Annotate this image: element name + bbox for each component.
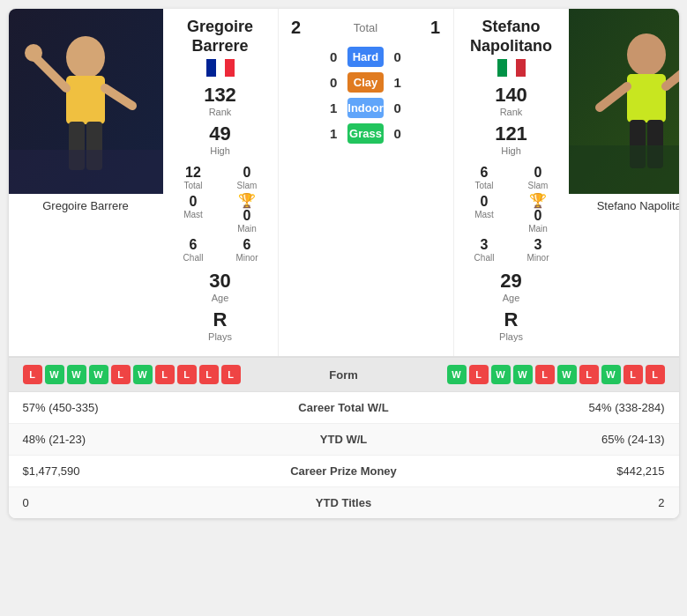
player2-form-badge-4: L bbox=[535, 365, 555, 384]
player1-total-cell: 12 Total bbox=[170, 165, 217, 190]
player1-form-badge-5: W bbox=[133, 365, 153, 384]
stats-row-3: 0 YTD Titles 2 bbox=[9, 487, 679, 518]
svg-rect-17 bbox=[569, 145, 679, 194]
stats-mid-2: Career Prize Money bbox=[273, 464, 414, 478]
surface-p2-score: 0 bbox=[389, 49, 407, 64]
player2-total-cell: 6 Total bbox=[461, 165, 508, 190]
surface-p1-score: 0 bbox=[325, 49, 342, 64]
top-section: Gregoire Barrere Gregoire Barrere 132 Ra… bbox=[9, 9, 679, 356]
surface-label-clay: Clay bbox=[347, 72, 383, 93]
player1-name-title: Gregoire Barrere bbox=[170, 18, 271, 56]
player2-age-stat: 29 Age bbox=[461, 270, 562, 303]
player1-minor-cell: 6 Minor bbox=[224, 237, 271, 263]
surface-label-grass: Grass bbox=[347, 123, 383, 144]
total-row: 2 Total 1 bbox=[286, 18, 446, 38]
svg-rect-2 bbox=[66, 76, 105, 124]
stats-row-2: $1,477,590 Career Prize Money $442,215 bbox=[9, 456, 679, 487]
player1-stats-panel: Gregoire Barrere 132 Rank 49 High 12 Tot… bbox=[163, 9, 278, 356]
player2-form-badge-2: W bbox=[491, 365, 511, 384]
player2-right-wrapper: Stefano Napolitano bbox=[569, 9, 679, 356]
surface-p2-score: 1 bbox=[389, 75, 407, 90]
player1-form-badge-7: L bbox=[177, 365, 197, 384]
stats-right-2: $442,215 bbox=[414, 464, 665, 478]
player2-chall-cell: 3 Chall bbox=[461, 237, 508, 263]
svg-point-10 bbox=[627, 33, 666, 76]
surface-row-indoor: 1 Indoor 0 bbox=[325, 98, 406, 118]
player1-form-badge-0: L bbox=[23, 365, 42, 384]
player1-form-badge-1: W bbox=[45, 365, 64, 384]
player2-minor-cell: 3 Minor bbox=[515, 237, 562, 263]
player1-high-stat: 49 High bbox=[170, 122, 271, 156]
middle-panel: 2 Total 1 0 Hard 0 0 Clay 1 1 Indoor 0 1… bbox=[278, 9, 454, 356]
player1-mast-cell: 0 Mast bbox=[170, 194, 217, 234]
player1-chall-cell: 6 Chall bbox=[170, 237, 217, 263]
surface-p2-score: 0 bbox=[389, 100, 407, 115]
player2-form-badge-8: L bbox=[624, 365, 643, 384]
player1-form: LWWWLWLLLL bbox=[23, 365, 302, 384]
surface-row-grass: 1 Grass 0 bbox=[325, 123, 406, 144]
player2-name-title: Stefano Napolitano bbox=[461, 18, 562, 56]
player1-form-badge-6: L bbox=[155, 365, 175, 384]
player2-stat-grid: 6 Total 0 Slam 0 Mast 🏆 0 Main 3 bbox=[461, 165, 562, 263]
form-section: LWWWLWLLLL Form WLWWLWLWLL bbox=[9, 357, 679, 391]
player1-rank-stat: 132 Rank bbox=[170, 84, 271, 117]
stats-row-1: 48% (21-23) YTD W/L 65% (24-13) bbox=[9, 424, 679, 456]
player1-flag bbox=[206, 59, 235, 77]
player1-form-badge-9: L bbox=[221, 365, 241, 384]
player2-flag bbox=[497, 59, 526, 77]
player2-form-badge-1: L bbox=[469, 365, 489, 384]
player1-form-badge-4: L bbox=[111, 365, 131, 384]
player1-plays-stat: R Plays bbox=[170, 308, 271, 342]
player2-trophy-icon-cell: 🏆 0 Main bbox=[515, 194, 562, 234]
player2-rank-stat: 140 Rank bbox=[461, 84, 562, 117]
stats-left-3: 0 bbox=[23, 496, 273, 509]
player2-form-badge-6: L bbox=[579, 365, 599, 384]
player2-flag-row bbox=[461, 59, 562, 77]
player2-high-stat: 121 High bbox=[461, 122, 562, 156]
stats-right-1: 65% (24-13) bbox=[414, 433, 665, 446]
player1-slam-cell: 0 Slam bbox=[224, 165, 271, 190]
stats-table: 57% (450-335) Career Total W/L 54% (338-… bbox=[9, 392, 679, 518]
surface-p1-score: 0 bbox=[325, 75, 342, 90]
surface-row-hard: 0 Hard 0 bbox=[325, 47, 406, 67]
player1-left-wrapper: Gregoire Barrere bbox=[9, 9, 163, 356]
stats-mid-1: YTD W/L bbox=[273, 433, 414, 446]
player1-form-badge-2: W bbox=[67, 365, 86, 384]
player2-form: WLWWLWLWLL bbox=[386, 365, 665, 384]
player2-form-badge-3: W bbox=[513, 365, 533, 384]
stats-row-0: 57% (450-335) Career Total W/L 54% (338-… bbox=[9, 392, 679, 424]
main-card: Gregoire Barrere Gregoire Barrere 132 Ra… bbox=[9, 9, 679, 518]
surface-label-indoor: Indoor bbox=[347, 98, 383, 118]
player2-plays-stat: R Plays bbox=[461, 308, 562, 342]
player2-form-badge-0: W bbox=[447, 365, 467, 384]
surface-p1-score: 1 bbox=[325, 126, 342, 141]
player2-form-badge-7: W bbox=[601, 365, 621, 384]
player1-photo bbox=[9, 9, 163, 194]
player1-age-stat: 30 Age bbox=[170, 270, 271, 303]
player2-mast-cell: 0 Mast bbox=[461, 194, 508, 234]
stats-right-3: 2 bbox=[414, 496, 665, 509]
svg-point-5 bbox=[25, 44, 42, 62]
stats-right-0: 54% (338-284) bbox=[414, 401, 665, 414]
surface-p1-score: 1 bbox=[325, 100, 342, 115]
player1-trophy-icon: 🏆 bbox=[224, 194, 271, 208]
stats-left-1: 48% (21-23) bbox=[23, 433, 273, 446]
player2-stats-panel: Stefano Napolitano 140 Rank 121 High 6 T… bbox=[454, 9, 569, 356]
stats-mid-3: YTD Titles bbox=[273, 496, 414, 509]
player1-image-panel bbox=[9, 9, 163, 194]
player2-image-panel bbox=[569, 9, 679, 194]
stats-left-2: $1,477,590 bbox=[23, 464, 273, 478]
player1-name-under: Gregoire Barrere bbox=[9, 194, 163, 218]
surface-rows: 0 Hard 0 0 Clay 1 1 Indoor 0 1 Grass 0 bbox=[325, 47, 406, 149]
surface-row-clay: 0 Clay 1 bbox=[325, 72, 406, 93]
form-label: Form bbox=[309, 368, 379, 382]
player2-slam-cell: 0 Slam bbox=[515, 165, 562, 190]
player1-trophy-icon-cell: 🏆 0 Main bbox=[224, 194, 271, 234]
player2-photo bbox=[569, 9, 679, 194]
player2-form-badge-9: L bbox=[646, 365, 665, 384]
stats-left-0: 57% (450-335) bbox=[23, 401, 273, 414]
svg-point-1 bbox=[66, 36, 105, 78]
player1-form-badge-3: W bbox=[89, 365, 108, 384]
surface-label-hard: Hard bbox=[347, 47, 383, 67]
svg-rect-8 bbox=[9, 150, 163, 194]
